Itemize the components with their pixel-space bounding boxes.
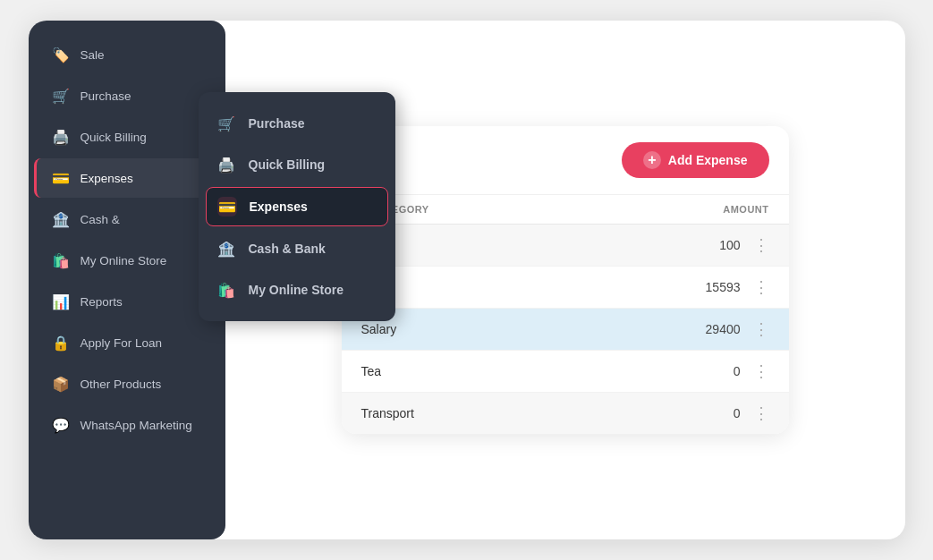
table-row[interactable]: Salary 29400 ⋮ <box>342 309 789 351</box>
sidebar-item-my-online-store-label: My Online Store <box>81 254 167 267</box>
sidebar-item-purchase[interactable]: 🛒 Purchase <box>34 76 220 115</box>
sidebar-item-other-products-label: Other Products <box>81 378 162 391</box>
sidebar-item-expenses-label: Expenses <box>81 172 133 185</box>
row-amount: 0 <box>696 406 741 420</box>
table-row[interactable]: Transport 0 ⋮ <box>342 393 789 434</box>
row-category: Salary <box>361 322 397 336</box>
row-menu-icon[interactable]: ⋮ <box>753 363 769 379</box>
add-expense-button[interactable]: + Add Expense <box>622 142 769 178</box>
dropdown-purchase-label: Purchase <box>249 116 305 131</box>
sidebar-item-quick-billing[interactable]: 🖨️ Quick Billing <box>34 117 220 157</box>
expenses-icon: 💳 <box>52 169 70 187</box>
whatsapp-marketing-icon: 💬 <box>52 416 70 434</box>
sidebar-item-cash-bank[interactable]: 🏦 Cash & <box>34 199 220 239</box>
dropdown-my-online-store-label: My Online Store <box>249 283 344 297</box>
sidebar-item-my-online-store[interactable]: 🛍️ My Online Store <box>34 241 220 280</box>
dropdown-item-cash-bank[interactable]: 🏦 Cash & Bank <box>199 228 395 269</box>
dropdown-expenses-icon: 💳 <box>217 197 237 216</box>
dropdown-item-quick-billing[interactable]: 🖨️ Quick Billing <box>199 144 395 185</box>
my-online-store-icon: 🛍️ <box>52 251 70 269</box>
table-row-right: 15593 ⋮ <box>696 279 769 295</box>
dropdown-quick-billing-label: Quick Billing <box>249 157 326 172</box>
dropdown-expenses-label: Expenses <box>250 199 308 214</box>
row-menu-icon[interactable]: ⋮ <box>753 405 769 421</box>
purchase-icon: 🛒 <box>52 87 70 105</box>
sidebar-item-expenses[interactable]: 💳 Expenses <box>34 158 220 198</box>
dropdown-item-my-online-store[interactable]: 🛍️ My Online Store <box>199 269 395 310</box>
sidebar-item-apply-for-loan[interactable]: 🔒 Apply For Loan <box>34 323 220 362</box>
quick-billing-icon: 🖨️ <box>52 128 70 146</box>
dropdown-cash-bank-icon: 🏦 <box>216 239 236 259</box>
table-row[interactable]: Petrol 100 ⋮ <box>342 225 789 267</box>
row-amount: 15593 <box>696 280 741 294</box>
sale-icon: 🏷️ <box>52 46 70 64</box>
table-row-right: 100 ⋮ <box>696 237 769 253</box>
dropdown-item-expenses[interactable]: 💳 Expenses <box>206 187 388 226</box>
table-row[interactable]: Rent 15593 ⋮ <box>342 267 789 309</box>
sidebar-item-sale-label: Sale <box>81 48 105 62</box>
sidebar-item-whatsapp-marketing-label: WhatsApp Marketing <box>81 419 192 432</box>
sidebar-item-quick-billing-label: Quick Billing <box>81 131 147 144</box>
sidebar-item-reports[interactable]: 📊 Reports <box>34 282 220 321</box>
expense-table: ↑ CATEGORY AMOUNT Petrol 100 ⋮ Rent <box>342 195 789 434</box>
main-container: 🏷️ Sale 🛒 Purchase 🖨️ Quick Billing 💳 Ex… <box>29 21 905 539</box>
sidebar-item-reports-label: Reports <box>81 295 123 309</box>
table-row-right: 0 ⋮ <box>696 405 769 421</box>
dropdown-quick-billing-icon: 🖨️ <box>216 155 236 174</box>
table-header: ↑ CATEGORY AMOUNT <box>342 195 789 225</box>
expense-card: + Add Expense ↑ CATEGORY AMOUNT Petrol <box>342 126 789 434</box>
sidebar: 🏷️ Sale 🛒 Purchase 🖨️ Quick Billing 💳 Ex… <box>29 21 225 539</box>
row-menu-icon[interactable]: ⋮ <box>753 321 769 337</box>
sidebar-item-cash-bank-label: Cash & <box>81 213 120 226</box>
expense-header: + Add Expense <box>342 126 789 195</box>
dropdown-menu: 🛒 Purchase 🖨️ Quick Billing 💳 Expenses 🏦… <box>199 92 395 321</box>
table-row[interactable]: Tea 0 ⋮ <box>342 351 789 393</box>
row-amount: 100 <box>696 238 741 252</box>
col-amount-header: AMOUNT <box>723 204 768 215</box>
row-amount: 0 <box>696 364 741 378</box>
plus-icon: + <box>643 151 661 169</box>
sidebar-item-sale[interactable]: 🏷️ Sale <box>34 35 220 74</box>
table-row-right: 29400 ⋮ <box>696 321 769 337</box>
reports-icon: 📊 <box>52 293 70 310</box>
sidebar-item-apply-for-loan-label: Apply For Loan <box>81 336 163 350</box>
dropdown-item-purchase[interactable]: 🛒 Purchase <box>199 103 395 144</box>
apply-for-loan-icon: 🔒 <box>52 334 70 352</box>
row-amount: 29400 <box>696 322 741 336</box>
dropdown-purchase-icon: 🛒 <box>216 114 236 133</box>
row-menu-icon[interactable]: ⋮ <box>753 279 769 295</box>
row-category: Transport <box>361 406 414 420</box>
dropdown-my-online-store-icon: 🛍️ <box>216 280 236 300</box>
sidebar-item-other-products[interactable]: 📦 Other Products <box>34 364 220 403</box>
row-category: Tea <box>361 364 382 378</box>
row-menu-icon[interactable]: ⋮ <box>753 237 769 253</box>
add-expense-label: Add Expense <box>668 153 748 167</box>
dropdown-cash-bank-label: Cash & Bank <box>249 242 326 256</box>
sidebar-item-purchase-label: Purchase <box>81 89 131 103</box>
sidebar-item-whatsapp-marketing[interactable]: 💬 WhatsApp Marketing <box>34 405 220 445</box>
table-row-right: 0 ⋮ <box>696 363 769 379</box>
cash-bank-icon: 🏦 <box>52 210 70 228</box>
other-products-icon: 📦 <box>52 375 70 393</box>
